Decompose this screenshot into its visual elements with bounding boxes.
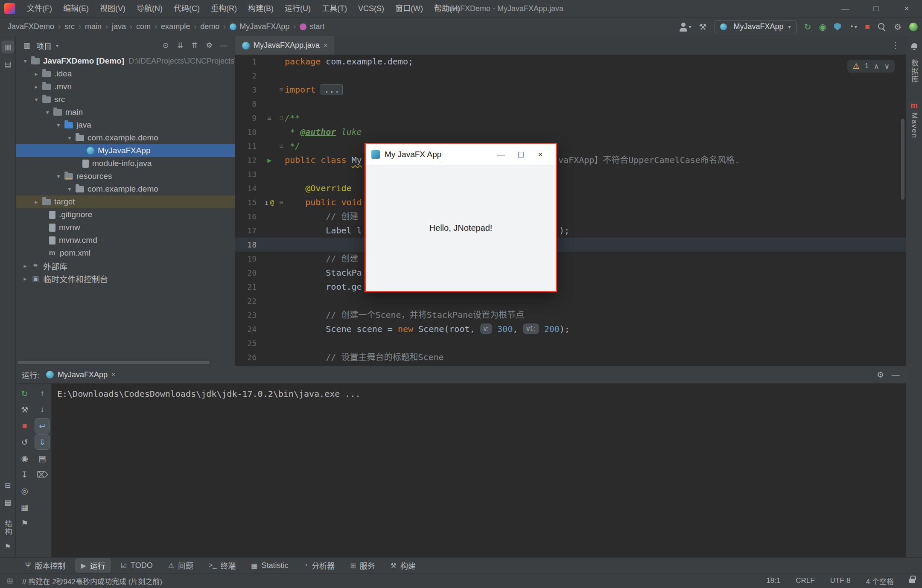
tree-item[interactable]: mvnw.cmd	[16, 234, 235, 247]
tree-chevron[interactable]: ▾	[31, 96, 41, 103]
run-configuration-select[interactable]: MyJavaFXApp ▾	[715, 20, 797, 33]
search-console-button[interactable]: ◎	[18, 483, 32, 498]
commit-stripe-button[interactable]: ▤	[1, 58, 14, 70]
code-line[interactable]: 22	[235, 294, 906, 308]
stop-button[interactable]: ■	[18, 419, 32, 433]
code-line[interactable]: 13	[235, 167, 906, 181]
run-console[interactable]: E:\Downloads\CodesDownloads\jdk\jdk-17.0…	[52, 384, 906, 557]
menu-item[interactable]: 代码(C)	[168, 0, 205, 17]
bookmark-flag-icon[interactable]: ⚑	[1, 540, 14, 553]
tree-chevron[interactable]: ▸	[20, 262, 30, 269]
expand-all[interactable]: ⇊	[174, 40, 186, 52]
javafx-window-titlebar[interactable]: My JavaFX App — □ ×	[366, 144, 556, 165]
toolwindow-statistic[interactable]: ▦Statistic	[245, 559, 294, 572]
menu-item[interactable]: 导航(N)	[131, 0, 168, 17]
tab-options-icon[interactable]: ⋮	[891, 40, 900, 50]
tree-item[interactable]: ▾java	[16, 119, 235, 131]
tree-chevron[interactable]: ▸	[31, 198, 41, 205]
fold-marker[interactable]: ⊟	[278, 111, 285, 125]
toolwindow-run[interactable]: ▶运行	[75, 558, 111, 573]
menu-item[interactable]: 视图(V)	[94, 0, 131, 17]
tree-item[interactable]: ▾com.example.demo	[16, 183, 235, 195]
snapshot-camera-button[interactable]: ◉	[18, 451, 32, 466]
code-line[interactable]: 2	[235, 69, 906, 83]
structure-stripe-button[interactable]: 结构	[3, 520, 13, 536]
tree-chevron[interactable]: ▾	[20, 58, 30, 64]
code-line[interactable]: 11⊟ */	[235, 139, 906, 153]
fold-marker[interactable]: ⊞	[278, 83, 285, 97]
tree-item[interactable]: ▸▣临时文件和控制台	[16, 272, 235, 285]
tree-item[interactable]: ▾com.example.demo	[16, 131, 235, 144]
prev-occurrence-button[interactable]: ↑	[35, 386, 50, 401]
close-button[interactable]: ×	[891, 0, 922, 17]
code-line[interactable]: 8	[235, 97, 906, 111]
breadcrumb-item[interactable]: example	[161, 22, 190, 31]
doc-gutter-icon[interactable]: ≡	[267, 111, 271, 125]
tree-item[interactable]: ▸≡外部库	[16, 259, 235, 272]
toolwindow-build[interactable]: ⚒构建	[385, 558, 421, 573]
breadcrumb-item[interactable]: demo	[200, 22, 219, 31]
code-line[interactable]: 21 root.ge	[235, 280, 906, 294]
code-line[interactable]: 24 Scene scene = new Scene(root, v: 300,…	[235, 322, 906, 336]
modify-run-configuration-button[interactable]: ⚒	[18, 402, 32, 417]
settings-gear-icon[interactable]: ⚙	[894, 22, 902, 32]
dialog-close-button[interactable]: ×	[531, 149, 550, 160]
code-line[interactable]: 18	[235, 238, 906, 252]
tree-item[interactable]: mvnw	[16, 221, 235, 234]
database-stripe-button[interactable]: 数据库	[909, 59, 919, 84]
tree-item[interactable]: ▸target	[16, 195, 235, 208]
code-line[interactable]: 14 @Override	[235, 181, 906, 195]
tree-item[interactable]: ▸.mvn	[16, 80, 235, 93]
horizontal-scrollbar[interactable]	[18, 361, 210, 364]
code-line[interactable]: 9≡⊟/**	[235, 111, 906, 125]
run-settings-gear-icon[interactable]: ⚙	[877, 370, 884, 380]
code-line[interactable]: 3⊞import ...	[235, 83, 906, 97]
breadcrumb-item[interactable]: src	[64, 22, 75, 31]
dialog-minimize-button[interactable]: —	[491, 149, 511, 160]
indent-setting[interactable]: 4 个空格	[866, 576, 894, 586]
breadcrumb-item[interactable]: java	[112, 22, 126, 31]
rerun-button[interactable]: ↻	[18, 386, 32, 401]
clear-all-button[interactable]: ⌦	[35, 467, 50, 482]
toolwindow-profiler[interactable]: ◔分析器	[298, 558, 340, 573]
tool-window-switcher-icon[interactable]: ⊞	[7, 576, 13, 585]
toolwindow-version-control[interactable]: Ψ版本控制	[20, 558, 71, 573]
rerun-button[interactable]: ↻	[804, 22, 811, 32]
restore-layout-button[interactable]: ↺	[18, 435, 32, 449]
annotation-gutter-icon[interactable]: @	[270, 195, 274, 210]
tree-item[interactable]: ▾src	[16, 93, 235, 106]
dump-threads-button[interactable]: ↧	[18, 467, 32, 482]
tree-chevron[interactable]: ▸	[31, 83, 41, 90]
minimize-button[interactable]: —	[830, 0, 861, 17]
locate-opened-file[interactable]: ⊙	[160, 40, 172, 52]
hide-panel-icon[interactable]: —	[892, 370, 900, 380]
menu-item[interactable]: 构建(B)	[242, 0, 279, 17]
plugin-sphere-icon[interactable]	[909, 23, 918, 31]
code-line[interactable]: 16 // 创建	[235, 210, 906, 224]
pin-tab-button[interactable]: ⚑	[18, 516, 32, 530]
layout-grid-button[interactable]: ▦	[18, 500, 32, 514]
scroll-to-end-button[interactable]: ⇓	[35, 435, 50, 449]
build-project-button[interactable]: ⚒	[699, 22, 707, 32]
override-gutter-icon[interactable]: ↥	[265, 195, 269, 210]
tree-chevron[interactable]: ▸	[31, 70, 41, 77]
hide-panel[interactable]: —	[218, 40, 230, 52]
fold-marker[interactable]: ⊟	[278, 139, 285, 153]
tree-item[interactable]: ▾JavaFXDemo [Demo]D:\IDEAProjects\JCNCPr…	[16, 55, 235, 67]
tab-close-icon[interactable]: ×	[111, 371, 115, 378]
profiler-button[interactable]: ◔ ▾	[849, 22, 857, 32]
breadcrumb-item[interactable]: main	[85, 22, 102, 31]
breadcrumb-item[interactable]: MyJavaFXApp	[230, 22, 289, 31]
toolwindow-todo[interactable]: ☑TODO	[115, 559, 158, 572]
breadcrumb-item[interactable]: com	[136, 22, 151, 31]
user-account-button[interactable]: ▾	[679, 22, 692, 32]
collapse-all[interactable]: ⇈	[189, 40, 201, 52]
menu-item[interactable]: 工具(T)	[316, 0, 353, 17]
code-line[interactable]: 20 StackPa	[235, 266, 906, 280]
menu-item[interactable]: 编辑(E)	[58, 0, 94, 17]
tree-chevron[interactable]: ▾	[53, 173, 64, 180]
tree-item[interactable]: ▾resources	[16, 170, 235, 183]
print-button[interactable]: ▤	[35, 451, 50, 466]
menu-item[interactable]: 运行(U)	[279, 0, 316, 17]
tree-chevron[interactable]: ▾	[64, 186, 75, 192]
